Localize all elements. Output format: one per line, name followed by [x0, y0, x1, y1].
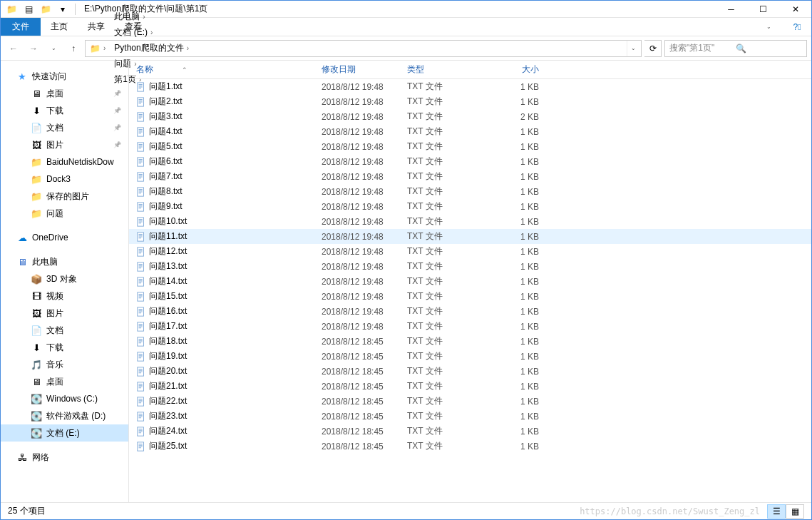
header-type[interactable]: 类型	[407, 63, 489, 76]
file-row[interactable]: 问题16.txt 2018/8/12 19:48 TXT 文件 1 KB	[129, 304, 811, 319]
sidebar-item[interactable]: 💽Windows (C:)	[1, 390, 128, 407]
header-size[interactable]: 大小	[489, 63, 539, 76]
file-row[interactable]: 问题20.txt 2018/8/12 18:45 TXT 文件 1 KB	[129, 364, 811, 379]
sidebar-item[interactable]: 🖥桌面	[1, 85, 128, 102]
sidebar-item[interactable]: 📁BaiduNetdiskDow	[1, 153, 128, 170]
sidebar-item-label: 音乐	[46, 359, 63, 371]
sidebar-network[interactable]: 🖧网络	[1, 449, 128, 466]
details-view-button[interactable]: ☰	[767, 504, 786, 519]
sidebar-quick-access[interactable]: ★快速访问	[1, 68, 128, 85]
file-row[interactable]: 问题24.txt 2018/8/12 18:45 TXT 文件 1 KB	[129, 424, 811, 439]
file-date: 2018/8/12 18:45	[322, 352, 407, 362]
up-button[interactable]: ↑	[65, 40, 82, 57]
recent-dropdown[interactable]: ⌄	[45, 40, 62, 57]
file-row[interactable]: 问题3.txt 2018/8/12 19:48 TXT 文件 2 KB	[129, 109, 811, 124]
close-button[interactable]: ✕	[779, 1, 811, 18]
refresh-button[interactable]: ⟳	[644, 40, 662, 57]
tab-home[interactable]: 主页	[41, 18, 78, 36]
sidebar-item[interactable]: 🖥桌面	[1, 373, 128, 390]
file-type: TXT 文件	[407, 96, 489, 108]
file-row[interactable]: 问题21.txt 2018/8/12 18:45 TXT 文件 1 KB	[129, 379, 811, 394]
sidebar-item[interactable]: 📦3D 对象	[1, 270, 128, 287]
sidebar-item[interactable]: 🎞视频	[1, 287, 128, 305]
file-row[interactable]: 问题5.txt 2018/8/12 19:48 TXT 文件 1 KB	[129, 139, 811, 154]
address-bar: ← → ⌄ ↑ 📁› 此电脑›文档 (E:)›Python爬取的文件›问题›第1…	[1, 36, 811, 61]
file-name: 问题2.txt	[149, 96, 322, 108]
tab-file[interactable]: 文件	[1, 18, 41, 36]
sidebar-item-label: 快速访问	[32, 71, 66, 83]
sidebar-item[interactable]: ⬇下载	[1, 339, 128, 356]
file-row[interactable]: 问题22.txt 2018/8/12 18:45 TXT 文件 1 KB	[129, 394, 811, 409]
file-size: 1 KB	[489, 352, 539, 362]
file-row[interactable]: 问题18.txt 2018/8/12 18:45 TXT 文件 1 KB	[129, 334, 811, 349]
header-name[interactable]: 名称⌃	[136, 63, 322, 76]
file-name: 问题8.txt	[149, 185, 322, 198]
sidebar-item[interactable]: 🖼图片	[1, 136, 128, 153]
sidebar-item-label: 图片	[46, 139, 63, 151]
file-type: TXT 文件	[407, 410, 489, 422]
sidebar-item-label: 问题	[46, 208, 63, 220]
file-row[interactable]: 问题11.txt 2018/8/12 19:48 TXT 文件 1 KB	[129, 229, 811, 244]
separator	[75, 4, 76, 15]
file-size: 1 KB	[489, 397, 539, 407]
qat-folder-icon[interactable]: 📁	[38, 1, 53, 17]
file-row[interactable]: 问题17.txt 2018/8/12 19:48 TXT 文件 1 KB	[129, 319, 811, 334]
sidebar-this-pc[interactable]: 🖥此电脑	[1, 253, 128, 270]
file-row[interactable]: 问题10.txt 2018/8/12 19:48 TXT 文件 1 KB	[129, 214, 811, 229]
sidebar-onedrive[interactable]: ☁OneDrive	[1, 229, 128, 246]
file-row[interactable]: 问题9.txt 2018/8/12 19:48 TXT 文件 1 KB	[129, 199, 811, 214]
file-row[interactable]: 问题7.txt 2018/8/12 19:48 TXT 文件 1 KB	[129, 169, 811, 184]
thumbnails-view-button[interactable]: ▦	[786, 504, 804, 519]
header-date[interactable]: 修改日期	[322, 63, 407, 76]
qat-dropdown-icon[interactable]: ▾	[55, 1, 71, 17]
breadcrumb-segment[interactable]: 此电脑›	[111, 9, 195, 25]
search-input[interactable]: 搜索"第1页" 🔍	[664, 40, 807, 57]
file-row[interactable]: 问题15.txt 2018/8/12 19:48 TXT 文件 1 KB	[129, 289, 811, 304]
file-date: 2018/8/12 19:48	[322, 217, 407, 227]
file-row[interactable]: 问题13.txt 2018/8/12 19:48 TXT 文件 1 KB	[129, 259, 811, 274]
properties-icon[interactable]: ▤	[21, 1, 36, 17]
txt-file-icon	[136, 171, 149, 183]
minimize-button[interactable]: ─	[715, 1, 747, 18]
help-icon[interactable]: ?⃝	[783, 18, 811, 36]
path-dropdown-icon[interactable]: ⌄	[627, 41, 639, 56]
file-type: TXT 文件	[407, 350, 489, 362]
sidebar-item[interactable]: 📄文档	[1, 322, 128, 339]
ribbon-expand-icon[interactable]: ⌄	[754, 18, 783, 36]
sidebar-item[interactable]: 📁Dock3	[1, 170, 128, 188]
back-button[interactable]: ←	[5, 40, 22, 57]
file-row[interactable]: 问题12.txt 2018/8/12 19:48 TXT 文件 1 KB	[129, 244, 811, 259]
maximize-button[interactable]: ☐	[747, 1, 779, 18]
sidebar-item[interactable]: 📄文档	[1, 119, 128, 136]
file-row[interactable]: 问题14.txt 2018/8/12 19:48 TXT 文件 1 KB	[129, 274, 811, 289]
sidebar-item[interactable]: 💽软件游戏盘 (D:)	[1, 407, 128, 424]
file-list[interactable]: 问题1.txt 2018/8/12 19:48 TXT 文件 1 KB 问题2.…	[129, 79, 811, 502]
breadcrumb-segment[interactable]: Python爬取的文件›	[111, 41, 195, 56]
file-row[interactable]: 问题25.txt 2018/8/12 18:45 TXT 文件 1 KB	[129, 439, 811, 454]
file-row[interactable]: 问题2.txt 2018/8/12 19:48 TXT 文件 1 KB	[129, 94, 811, 109]
sidebar-item[interactable]: 💽文档 (E:)	[1, 424, 128, 442]
file-size: 1 KB	[489, 127, 539, 137]
sidebar-item[interactable]: 🎵音乐	[1, 356, 128, 373]
file-name: 问题1.txt	[149, 81, 322, 93]
breadcrumb[interactable]: 📁› 此电脑›文档 (E:)›Python爬取的文件›问题›第1页› ⌄	[85, 40, 642, 57]
file-size: 1 KB	[489, 247, 539, 257]
file-size: 1 KB	[489, 307, 539, 317]
sidebar-item-label: 文档	[46, 122, 63, 134]
sidebar-item[interactable]: 📁保存的图片	[1, 188, 128, 205]
file-row[interactable]: 问题1.txt 2018/8/12 19:48 TXT 文件 1 KB	[129, 79, 811, 94]
sidebar-item[interactable]: ⬇下载	[1, 102, 128, 119]
sidebar-item-label: Windows (C:)	[46, 394, 98, 404]
forward-button[interactable]: →	[25, 40, 42, 57]
breadcrumb-root-icon[interactable]: 📁›	[87, 41, 111, 56]
sidebar-item[interactable]: 📁问题	[1, 205, 128, 222]
file-row[interactable]: 问题8.txt 2018/8/12 19:48 TXT 文件 1 KB	[129, 184, 811, 199]
tab-share[interactable]: 共享	[78, 18, 115, 36]
sidebar-icon: 📁	[31, 190, 42, 202]
file-row[interactable]: 问题4.txt 2018/8/12 19:48 TXT 文件 1 KB	[129, 124, 811, 139]
file-row[interactable]: 问题23.txt 2018/8/12 18:45 TXT 文件 1 KB	[129, 409, 811, 424]
file-row[interactable]: 问题19.txt 2018/8/12 18:45 TXT 文件 1 KB	[129, 349, 811, 364]
file-row[interactable]: 问题6.txt 2018/8/12 19:48 TXT 文件 1 KB	[129, 154, 811, 169]
sidebar-item[interactable]: 🖼图片	[1, 305, 128, 322]
breadcrumb-segment[interactable]: 文档 (E:)›	[111, 25, 195, 41]
